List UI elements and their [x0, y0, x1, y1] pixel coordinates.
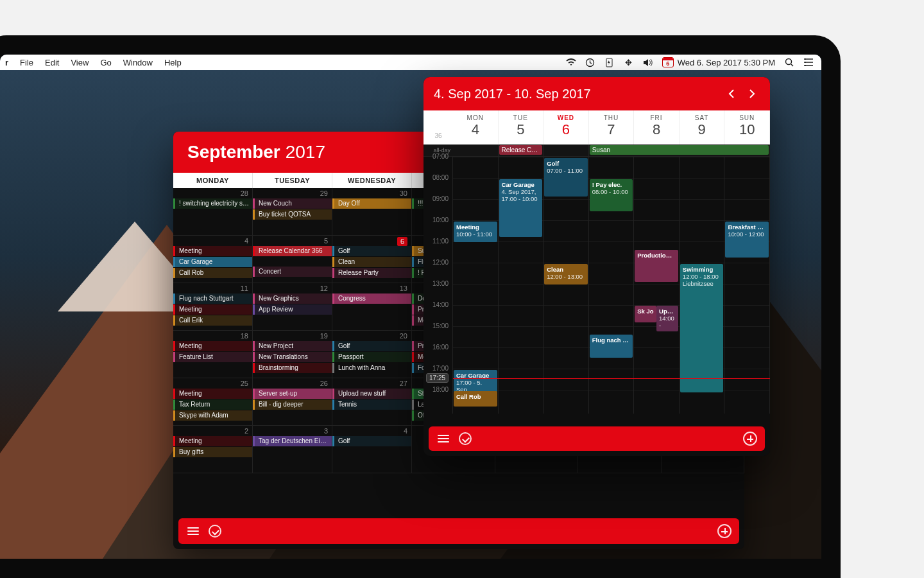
prev-week-button[interactable] — [724, 86, 739, 101]
month-event[interactable]: New Translations — [253, 352, 332, 362]
week-day-column[interactable]: Production ServiceSk JoUpdate14:00 - — [634, 157, 680, 414]
allday-event[interactable]: Susan — [590, 145, 769, 155]
month-day-cell[interactable]: 19New ProjectNew TranslationsBrainstormi… — [253, 331, 332, 378]
week-event[interactable]: Clean12:00 - 13:00 — [544, 264, 588, 285]
month-day-cell[interactable]: 4MeetingCar GarageCall Rob — [173, 236, 253, 283]
month-event[interactable]: Meeting — [173, 304, 252, 315]
spotlight-icon[interactable] — [784, 57, 794, 67]
month-event[interactable]: Day Off — [332, 198, 411, 209]
week-day-header-cell[interactable]: SUN10 — [724, 110, 770, 144]
allday-cell[interactable]: Release C… — [499, 144, 544, 156]
month-event[interactable]: Meeting — [173, 389, 252, 399]
month-event[interactable]: Skype with Adam — [173, 410, 252, 421]
add-event-button[interactable] — [743, 432, 757, 446]
week-day-header-cell[interactable]: SAT9 — [680, 110, 725, 144]
month-day-cell[interactable]: 5Release Calendar 366Concert — [253, 236, 332, 283]
month-event[interactable]: Clean — [332, 257, 411, 267]
allday-event[interactable]: Release C… — [499, 145, 543, 155]
week-day-header-cell[interactable]: TUE5 — [499, 110, 544, 144]
month-day-cell[interactable]: 6GolfCleanRelease Party — [332, 236, 412, 283]
menu-window[interactable]: Window — [123, 58, 153, 67]
menubar-calendar-extra[interactable]: 6 Wed 6. Sep 2017 5:30 PM — [662, 57, 775, 67]
week-event[interactable]: Meeting10:00 - 11:00 — [454, 222, 497, 242]
month-day-cell[interactable]: 20GolfPassportLunch with Anna — [332, 331, 412, 378]
month-event[interactable]: Server set-up — [253, 389, 332, 399]
week-event[interactable]: Production Service — [635, 250, 678, 282]
month-day-cell[interactable]: 3Tag der Deutschen Einh… — [253, 426, 332, 473]
month-event[interactable]: Release Calendar 366 — [253, 246, 332, 256]
wifi-icon[interactable] — [566, 57, 576, 67]
menu-icon[interactable] — [186, 524, 200, 538]
month-event[interactable]: Call Erik — [173, 315, 252, 326]
menu-help[interactable]: Help — [164, 58, 182, 67]
month-day-cell[interactable]: 26Server set-upBill - dig deeper — [253, 378, 332, 426]
week-day-header-cell[interactable]: FRI8 — [634, 110, 680, 144]
week-day-header-cell[interactable]: MON4 — [453, 110, 499, 144]
week-event[interactable]: Flug nach Tegel — [590, 335, 633, 358]
menu-icon[interactable] — [436, 432, 450, 446]
month-event[interactable]: New Couch — [253, 198, 332, 209]
allday-cell[interactable] — [543, 144, 589, 156]
week-event[interactable]: Call Rob — [454, 391, 497, 407]
month-event[interactable]: Congress — [332, 293, 411, 304]
week-event[interactable]: ! Pay elec.08:00 - 10:00 — [590, 179, 633, 211]
menu-view[interactable]: View — [71, 58, 89, 67]
month-event[interactable]: Meeting — [173, 246, 252, 256]
month-day-cell[interactable]: 30Day Off — [332, 188, 412, 236]
month-event[interactable]: Passport — [332, 352, 411, 362]
month-event[interactable]: Brainstorming — [253, 363, 332, 373]
notification-center-icon[interactable] — [803, 57, 814, 67]
month-event[interactable]: Upload new stuff — [332, 389, 411, 399]
month-event[interactable]: New Graphics — [253, 293, 332, 304]
week-day-header-cell[interactable]: WED6 — [543, 110, 589, 144]
month-day-cell[interactable]: 2MeetingBuy gifts — [173, 426, 253, 473]
month-event[interactable]: Buy gifts — [173, 447, 252, 457]
week-day-column[interactable]: Meeting10:00 - 11:00Car Garage17:00 - 5.… — [453, 157, 499, 414]
month-event[interactable]: Tag der Deutschen Einh… — [253, 436, 332, 446]
time-machine-icon[interactable] — [585, 57, 595, 67]
month-day-cell[interactable]: 27Upload new stuffTennis — [332, 378, 412, 426]
month-day-cell[interactable]: 11Flug nach StuttgartMeetingCall Erik — [173, 283, 253, 331]
allday-cell[interactable]: Susan — [589, 144, 770, 156]
week-event[interactable]: Breakfast with Tom10:00 - 12:00 — [725, 222, 769, 258]
week-event[interactable]: Update14:00 - — [656, 306, 678, 331]
month-event[interactable]: App Review — [253, 304, 332, 315]
volume-icon[interactable] — [643, 57, 653, 67]
month-event[interactable]: Bill - dig deeper — [253, 399, 332, 410]
month-event[interactable]: New Project — [253, 341, 332, 351]
week-day-header-cell[interactable]: THU7 — [589, 110, 635, 144]
week-day-column[interactable]: Golf07:00 - 11:00Clean12:00 - 13:00 — [543, 157, 589, 414]
month-event[interactable]: Car Garage — [173, 257, 252, 267]
week-body[interactable]: 07:0008:0009:0010:0011:0012:0013:0014:00… — [424, 157, 770, 414]
month-event[interactable]: Flug nach Stuttgart — [173, 293, 252, 304]
month-day-cell[interactable]: 12New GraphicsApp Review — [253, 283, 332, 331]
tasks-icon[interactable] — [458, 432, 472, 446]
month-event[interactable]: Tennis — [332, 399, 411, 410]
add-event-button[interactable] — [717, 524, 732, 538]
week-day-column[interactable]: ! Pay elec.08:00 - 10:00Flug nach Tegel — [589, 157, 635, 414]
battery-icon[interactable] — [604, 57, 615, 67]
week-day-column[interactable]: Car Garage4. Sep 2017, 17:00 - 10:00 — [499, 157, 544, 414]
month-event[interactable]: Lunch with Anna — [332, 363, 411, 373]
month-event[interactable]: Feature List — [173, 352, 252, 362]
month-day-cell[interactable]: 13Congress — [332, 283, 412, 331]
month-event[interactable]: Meeting — [173, 436, 252, 446]
menu-go[interactable]: Go — [100, 58, 111, 67]
week-event[interactable]: Sk Jo — [635, 306, 656, 322]
month-day-cell[interactable]: 4Golf — [332, 426, 412, 473]
week-day-column[interactable]: Breakfast with Tom10:00 - 12:00 — [724, 157, 770, 414]
menu-file[interactable]: File — [20, 58, 33, 67]
allday-cell[interactable] — [453, 144, 499, 156]
month-event[interactable]: Golf — [332, 436, 411, 446]
week-event[interactable]: Swimming12:00 - 18:00 Liebnitzsee — [680, 264, 724, 392]
month-event[interactable]: Meeting — [173, 341, 252, 351]
sync-icon[interactable]: ✥ — [624, 57, 634, 67]
month-event[interactable]: Release Party — [332, 268, 411, 278]
menu-edit[interactable]: Edit — [45, 58, 59, 67]
week-event[interactable]: Golf07:00 - 11:00 — [544, 158, 588, 197]
month-day-cell[interactable]: 29New CouchBuy ticket QOTSA — [253, 188, 332, 236]
month-day-cell[interactable]: 25MeetingTax ReturnSkype with Adam — [173, 378, 253, 426]
month-event[interactable]: Concert — [253, 267, 332, 277]
week-day-column[interactable]: Swimming12:00 - 18:00 Liebnitzsee — [680, 157, 725, 414]
month-event[interactable]: ! switching electricity su… — [173, 198, 252, 209]
